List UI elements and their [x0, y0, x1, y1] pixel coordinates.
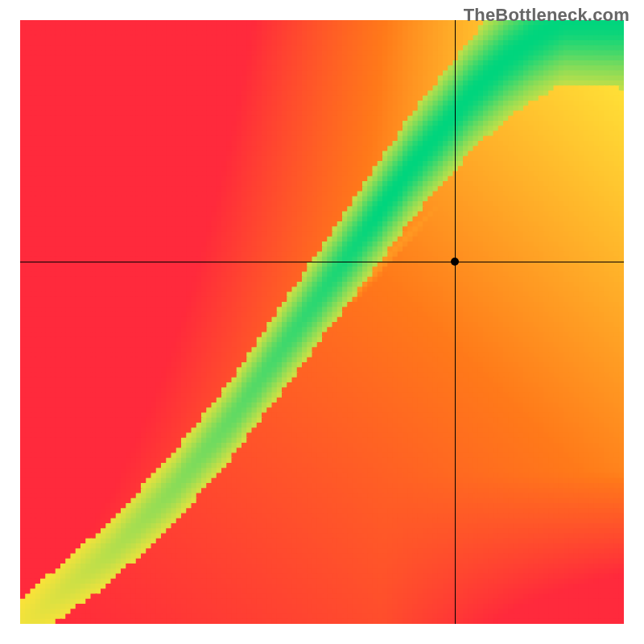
crosshair-marker	[451, 258, 459, 266]
heatmap-canvas	[20, 20, 624, 624]
heatmap-plot	[20, 20, 624, 624]
crosshair-vertical	[455, 20, 456, 624]
crosshair-horizontal	[20, 262, 624, 262]
watermark-text: TheBottleneck.com	[464, 5, 630, 26]
chart-frame: TheBottleneck.com	[0, 0, 644, 644]
